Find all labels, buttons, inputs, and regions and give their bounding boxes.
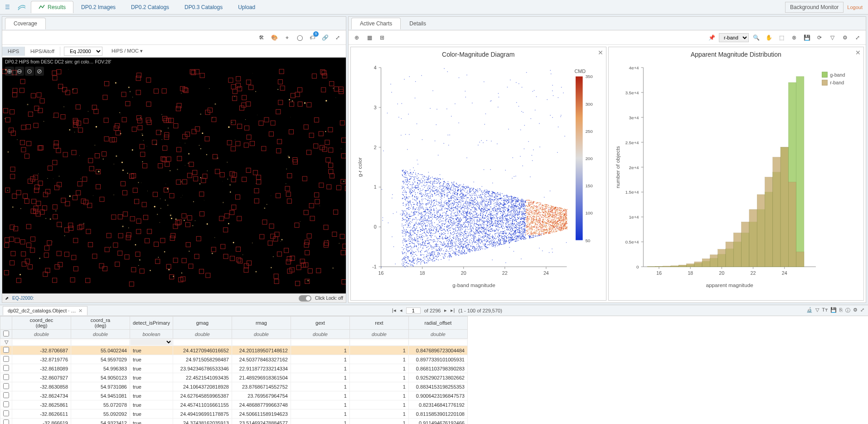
target-icon[interactable]: ⌖ — [281, 32, 292, 43]
table-row[interactable]: -32.860792754.9050123true22.452154109343… — [0, 373, 468, 382]
filter-select[interactable] — [131, 339, 172, 345]
row-checkbox[interactable] — [3, 410, 9, 416]
zoom-fit-icon[interactable]: ⊙ — [25, 67, 34, 76]
hips-aitoff-tab[interactable]: HiPS/Aitoff — [25, 47, 60, 56]
pager-last-icon[interactable]: ▸| — [451, 307, 455, 313]
chart-pan-icon[interactable]: ✋ — [763, 32, 774, 43]
add-column-icon[interactable]: ⎘ — [839, 307, 843, 314]
table-row[interactable]: -32.870668755.0402244true24.412709460166… — [0, 346, 468, 355]
chart-settings-icon[interactable]: ⚙ — [839, 32, 850, 43]
column-header[interactable]: gext — [291, 317, 349, 330]
column-header[interactable]: coord_dec(deg) — [12, 317, 71, 330]
ellipse-icon[interactable]: ◯ — [294, 32, 305, 43]
band-select[interactable]: r-band — [719, 33, 749, 42]
chart-select-icon[interactable]: ⬚ — [776, 32, 787, 43]
hips-tab[interactable]: HiPS — [2, 47, 25, 56]
popout-icon[interactable]: ⬈ — [5, 296, 9, 301]
chart-filter-icon[interactable]: ▽ — [827, 32, 838, 43]
palette-icon[interactable]: 🎨 — [269, 32, 280, 43]
zoom-1x-icon[interactable]: ⊘ — [35, 67, 44, 76]
row-checkbox[interactable] — [3, 356, 9, 362]
save-icon[interactable]: 💾 — [830, 307, 837, 314]
filter-input[interactable] — [13, 340, 70, 345]
menu-icon[interactable]: ☰ — [0, 0, 15, 15]
filter-input[interactable] — [174, 340, 231, 345]
table-row[interactable]: -32.871977654.9597029true24.971505829848… — [0, 355, 468, 364]
pager-next-icon[interactable]: ▸ — [444, 307, 447, 313]
microscope-icon[interactable]: 🔬 — [806, 307, 813, 314]
column-header[interactable]: rext — [349, 317, 408, 330]
tab-dp03-catalogs[interactable]: DP0.3 Catalogs — [177, 1, 230, 13]
hist-chart-svg[interactable]: 161820222400.5e+41e+41.5e+42e+42.5e+43e+… — [612, 60, 860, 297]
tab-upload[interactable]: Upload — [230, 1, 263, 13]
tab-dp02-catalogs[interactable]: DP0.2 Catalogs — [123, 1, 177, 13]
chart-expand-icon[interactable]: ⤢ — [852, 32, 863, 43]
pager-first-icon[interactable]: |◂ — [392, 307, 396, 313]
chart-refresh-icon[interactable]: ⟳ — [814, 32, 825, 43]
close-icon[interactable]: ✕ — [855, 49, 861, 56]
sky-image-view[interactable]: DP0.2 HiPS from DESC DC2 sim: gri colo… … — [2, 58, 346, 293]
zoom-out-icon[interactable]: ⊖ — [15, 67, 24, 76]
column-header[interactable]: rmag — [232, 317, 291, 330]
filter-icon[interactable]: ▽ — [0, 339, 12, 346]
zoom-in-icon[interactable]: ⊕ — [5, 67, 14, 76]
subtab-active-charts[interactable]: Active Charts — [351, 18, 401, 29]
table-row[interactable]: -32.862586155.072078true24.4574110166611… — [0, 400, 468, 409]
table-tab[interactable]: dp02_dc2_catalogs.Object · … ✕ — [3, 306, 87, 315]
chart-save-icon[interactable]: 💾 — [801, 32, 812, 43]
logout-link[interactable]: Logout — [847, 5, 863, 10]
column-header[interactable]: gmag — [173, 317, 232, 330]
expand-icon[interactable]: ⤢ — [860, 307, 864, 314]
row-checkbox[interactable] — [3, 419, 9, 424]
subtab-details[interactable]: Details — [401, 18, 435, 29]
layers-icon[interactable]: 🏷5 — [307, 32, 318, 43]
settings-icon[interactable]: ⚙ — [853, 307, 858, 314]
row-checkbox[interactable] — [3, 347, 9, 353]
row-checkbox[interactable] — [3, 365, 9, 371]
filter-input[interactable] — [291, 340, 349, 345]
close-icon[interactable]: ✕ — [78, 308, 82, 314]
projection-select[interactable]: Eq J2000 — [64, 47, 102, 56]
grid-view-icon[interactable]: ⊞ — [377, 32, 388, 43]
tab-results[interactable]: Results — [31, 1, 73, 13]
link-icon[interactable]: 🔗 — [320, 32, 330, 43]
select-all-checkbox[interactable] — [3, 331, 9, 336]
row-checkbox[interactable] — [3, 401, 9, 407]
pager-page-input[interactable] — [406, 307, 421, 314]
table-row[interactable]: -32.862473454.9451081true24.627645859965… — [0, 391, 468, 400]
add-chart-icon[interactable]: ⊕ — [351, 32, 362, 43]
data-table-scroll[interactable]: coord_dec(deg)coord_ra(deg)detect_isPrim… — [0, 316, 868, 424]
single-view-icon[interactable]: ▦ — [364, 32, 375, 43]
svg-rect-6254 — [543, 221, 543, 222]
subtab-coverage[interactable]: Coverage — [5, 18, 46, 29]
column-header[interactable]: radial_offset — [408, 317, 467, 330]
click-lock-toggle[interactable] — [299, 295, 311, 302]
row-checkbox[interactable] — [3, 392, 9, 398]
expand-icon[interactable]: ⤢ — [332, 32, 343, 43]
table-row[interactable]: -32.862661155.092092true24.4941969911788… — [0, 409, 468, 419]
row-checkbox[interactable] — [3, 374, 9, 380]
row-checkbox[interactable] — [3, 383, 9, 389]
filter-input[interactable] — [72, 340, 129, 345]
wrench-icon[interactable]: 🛠 — [256, 32, 267, 43]
info-icon[interactable]: ⓘ — [845, 307, 850, 314]
moc-toggle[interactable]: HiPS / MOC ▾ — [112, 48, 143, 54]
filter-icon[interactable]: ▽ — [815, 307, 819, 314]
filter-input[interactable] — [409, 340, 467, 345]
table-row[interactable]: -32.86661954.9323412true24.3743816203591… — [0, 419, 468, 424]
chart-reset-icon[interactable]: ⊗ — [789, 32, 800, 43]
tab-dp02-images[interactable]: DP0.2 Images — [73, 1, 123, 13]
column-header[interactable]: coord_ra(deg) — [71, 317, 130, 330]
column-header[interactable]: detect_isPrimary — [130, 317, 173, 330]
background-monitor-button[interactable]: Background Monitor — [785, 2, 844, 13]
filter-input[interactable] — [233, 340, 290, 345]
table-row[interactable]: -32.861808954.996383true23.9423467865333… — [0, 364, 468, 373]
text-options-icon[interactable]: Tᴛ — [822, 307, 828, 314]
close-icon[interactable]: ✕ — [598, 49, 603, 56]
table-row[interactable]: -32.863085854.9731086true24.106437208189… — [0, 382, 468, 391]
cmd-chart-svg[interactable]: 1618202224-101234g-band magnitudeg-r col… — [354, 60, 602, 297]
chart-zoom-in-icon[interactable]: 🔍 — [751, 32, 761, 43]
pager-prev-icon[interactable]: ◂ — [400, 307, 402, 313]
pin-icon[interactable]: 📌 — [706, 32, 717, 43]
filter-input[interactable] — [350, 340, 408, 345]
